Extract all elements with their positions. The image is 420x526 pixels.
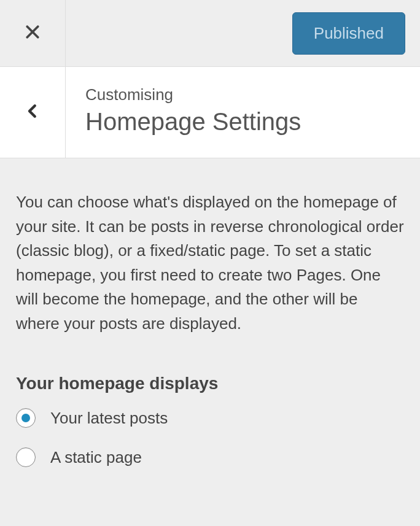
close-icon: [23, 23, 42, 44]
radio-option-static-page[interactable]: A static page: [16, 447, 404, 467]
section-label: Your homepage displays: [16, 374, 404, 393]
panel-title: Homepage Settings: [85, 108, 403, 136]
radio-icon: [16, 447, 36, 467]
chevron-left-icon: [23, 102, 42, 123]
panel-description: You can choose what's displayed on the h…: [16, 190, 404, 336]
close-button[interactable]: [0, 0, 66, 67]
publish-button[interactable]: Published: [292, 12, 405, 55]
radio-icon: [16, 408, 36, 428]
radio-label: A static page: [50, 448, 142, 467]
radio-label: Your latest posts: [50, 409, 168, 428]
breadcrumb: Customising: [85, 85, 403, 104]
back-button[interactable]: [0, 67, 66, 158]
radio-option-latest-posts[interactable]: Your latest posts: [16, 408, 404, 428]
